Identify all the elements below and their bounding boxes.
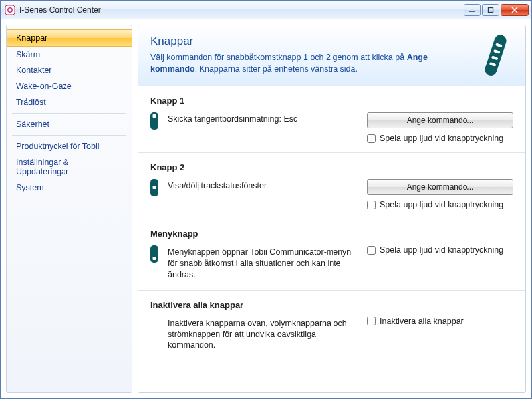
body: Knappar Skärm Kontakter Wake-on-Gaze Trå…	[1, 19, 531, 398]
close-button[interactable]	[501, 4, 529, 16]
disable-all-input[interactable]	[367, 317, 376, 325]
svg-rect-3	[489, 7, 493, 12]
sidebar-item-knappar[interactable]: Knappar	[7, 29, 132, 47]
sidebar-separator	[12, 113, 126, 114]
button-1-icon	[150, 112, 158, 132]
content-panel: Knappar Välj kommandon för snabbåtkomstk…	[138, 25, 526, 393]
sidebar-item-produktnyckel[interactable]: Produktnyckel för Tobii	[7, 138, 132, 154]
sidebar-item-system[interactable]: System	[7, 180, 132, 196]
content-header: Knappar Välj kommandon för snabbåtkomstk…	[138, 25, 525, 86]
button-1-current-command: Skicka tangentbordsinmatning: Esc	[168, 112, 358, 125]
svg-rect-6	[483, 33, 508, 77]
device-icon	[480, 32, 515, 84]
sidebar-item-sakerhet[interactable]: Säkerhet	[7, 116, 132, 132]
svg-rect-15	[150, 245, 158, 263]
titlebar: I-Series Control Center	[1, 1, 531, 19]
play-sound-checkbox-2[interactable]: Spela upp ljud vid knapptryckning	[367, 200, 513, 209]
section-disable-all: Inaktivera alla knappar Inaktivera knapp…	[138, 290, 525, 361]
disable-all-checkbox[interactable]: Inaktivera alla knappar	[367, 317, 513, 326]
sidebar-item-kontakter[interactable]: Kontakter	[7, 63, 132, 78]
app-window: I-Series Control Center Knappar Skärm Ko…	[0, 0, 532, 399]
svg-rect-0	[5, 5, 15, 15]
disable-all-description: Inaktivera knapparna ovan, volymknapparn…	[168, 317, 358, 352]
section-button-2: Knapp 2 Visa/dölj trackstatusfönster Ang…	[138, 152, 525, 219]
play-sound-checkbox-1[interactable]: Spela upp ljud vid knapptryckning	[367, 134, 513, 143]
sidebar-item-installningar[interactable]: Inställningar & Uppdateringar	[7, 154, 132, 180]
section-title: Inaktivera alla knappar	[150, 300, 513, 310]
svg-rect-14	[153, 186, 156, 189]
menu-button-description: Menyknappen öppnar Tobii Communicator-me…	[168, 245, 358, 281]
play-sound-input-2[interactable]	[367, 201, 376, 209]
section-title: Knapp 1	[150, 96, 513, 106]
sidebar: Knappar Skärm Kontakter Wake-on-Gaze Trå…	[6, 25, 132, 393]
assign-command-button-1[interactable]: Ange kommando...	[367, 112, 513, 128]
section-title: Menyknapp	[150, 229, 513, 239]
button-2-icon	[150, 179, 158, 199]
sidebar-item-tradlost[interactable]: Trådlöst	[7, 94, 132, 110]
svg-rect-12	[153, 114, 156, 118]
play-sound-input-menu[interactable]	[367, 246, 376, 255]
svg-rect-16	[153, 257, 156, 260]
page-title: Knappar	[150, 35, 513, 48]
play-sound-input-1[interactable]	[367, 134, 376, 143]
button-2-current-command: Visa/dölj trackstatusfönster	[168, 179, 358, 192]
window-title: I-Series Control Center	[19, 5, 464, 15]
sidebar-item-wake-on-gaze[interactable]: Wake-on-Gaze	[7, 78, 132, 94]
play-sound-checkbox-menu[interactable]: Spela upp ljud vid knapptryckning	[367, 245, 513, 255]
menu-button-icon	[150, 245, 158, 265]
minimize-button[interactable]	[464, 4, 481, 16]
section-button-1: Knapp 1 Skicka tangentbordsinmatning: Es…	[138, 86, 525, 152]
maximize-button[interactable]	[482, 4, 499, 16]
sidebar-separator	[12, 135, 126, 136]
window-buttons	[464, 4, 529, 16]
sidebar-item-skarm[interactable]: Skärm	[7, 47, 132, 63]
section-menu-button: Menyknapp Menyknappen öppnar Tobii Commu…	[138, 219, 525, 290]
page-description: Välj kommandon för snabbåtkomstknapp 1 o…	[150, 52, 430, 75]
assign-command-button-2[interactable]: Ange kommando...	[367, 179, 513, 195]
section-title: Knapp 2	[150, 162, 513, 172]
app-icon	[5, 5, 15, 15]
